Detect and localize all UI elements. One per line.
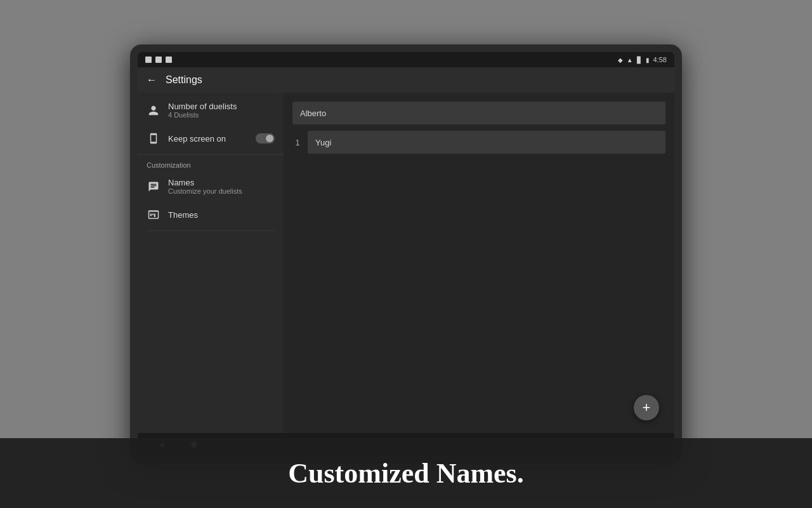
status-time: 4:58 <box>653 56 667 64</box>
tablet-device: ◆ ▲ ▊ ▮ 4:58 ← Settings <box>130 44 682 464</box>
screen-toggle[interactable] <box>256 133 275 144</box>
fab-button[interactable]: + <box>634 395 659 420</box>
name-input-row-2: 1 <box>292 131 665 154</box>
section-label-customization: Customization <box>138 157 284 171</box>
themes-icon <box>147 208 160 222</box>
screen-icon <box>147 131 160 145</box>
setting-names[interactable]: Names Customize your duelists <box>138 171 284 201</box>
setting-number-of-duelists[interactable]: Number of duelists 4 Duelists <box>138 95 284 125</box>
status-bar-right: ◆ ▲ ▊ ▮ 4:58 <box>618 56 667 64</box>
caption-text: Customized Names. <box>288 457 524 490</box>
caption-bar: Customized Names. <box>0 438 812 508</box>
toggle-knob[interactable] <box>256 133 275 144</box>
tablet-screen: ◆ ▲ ▊ ▮ 4:58 ← Settings <box>138 52 674 456</box>
battery-icon: ▮ <box>646 57 650 64</box>
setting-text-names: Names Customize your duelists <box>168 178 242 195</box>
setting-subtitle-duelists: 4 Duelists <box>168 111 237 119</box>
setting-subtitle-names: Customize your duelists <box>168 187 242 195</box>
signal-icon: ▊ <box>637 57 642 64</box>
setting-text-themes: Themes <box>168 210 198 220</box>
main-content: Number of duelists 4 Duelists Keep scree… <box>138 93 674 433</box>
name-input-row-1 <box>292 102 665 124</box>
fab-icon: + <box>643 399 651 416</box>
location-icon: ◆ <box>618 57 623 64</box>
setting-title-screen: Keep screen on <box>168 134 226 144</box>
status-icon-2 <box>155 57 162 63</box>
section-divider-1 <box>138 154 284 155</box>
bottom-divider <box>147 231 275 231</box>
right-panel: 1 <box>284 93 674 433</box>
name-number-2: 1 <box>292 138 303 147</box>
names-icon <box>147 180 160 194</box>
back-button[interactable]: ← <box>147 74 157 86</box>
name-input-yugi[interactable] <box>308 131 665 154</box>
setting-keep-screen-on[interactable]: Keep screen on <box>138 125 284 152</box>
setting-text-duelists: Number of duelists 4 Duelists <box>168 102 237 119</box>
status-bar: ◆ ▲ ▊ ▮ 4:58 <box>138 52 674 67</box>
app-bar: ← Settings <box>138 67 674 93</box>
app-title: Settings <box>166 74 202 86</box>
status-icon-1 <box>145 57 152 63</box>
setting-title-duelists: Number of duelists <box>168 102 237 111</box>
setting-text-screen: Keep screen on <box>168 134 226 144</box>
name-input-alberto[interactable] <box>292 102 665 124</box>
person-icon <box>147 104 160 117</box>
status-bar-left <box>145 57 172 63</box>
status-icon-3 <box>166 57 172 63</box>
setting-title-themes: Themes <box>168 210 198 220</box>
setting-themes[interactable]: Themes <box>138 201 284 228</box>
settings-panel: Number of duelists 4 Duelists Keep scree… <box>138 93 284 433</box>
setting-title-names: Names <box>168 178 242 187</box>
wifi-icon: ▲ <box>627 57 633 64</box>
